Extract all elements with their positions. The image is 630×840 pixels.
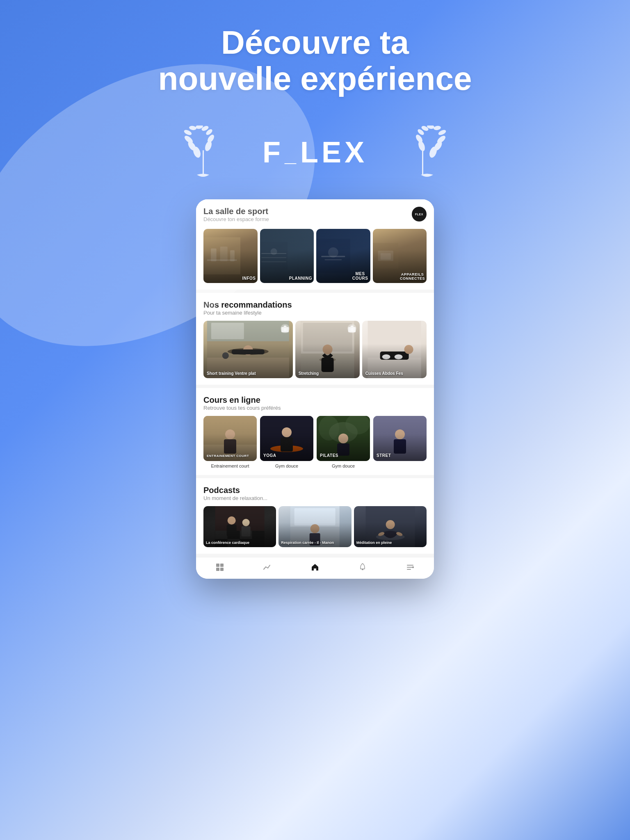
tile-mes-cours[interactable]: MES COURS bbox=[316, 229, 370, 283]
svg-point-20 bbox=[417, 140, 426, 152]
svg-rect-21 bbox=[422, 150, 423, 175]
cours-title-3: Gym douce bbox=[317, 463, 370, 468]
recommendations-section: Nos recommandations Pour ta semaine life… bbox=[196, 293, 434, 385]
header: Découvre ta nouvelle expérience bbox=[0, 0, 630, 113]
tile-infos[interactable]: INFOS bbox=[203, 229, 258, 283]
svg-rect-105 bbox=[216, 568, 219, 571]
cours-category-3: PILATES bbox=[320, 453, 367, 458]
reco-card-1[interactable]: Short training Ventre plat bbox=[203, 321, 293, 378]
camera-icon-1 bbox=[281, 324, 290, 333]
podcast-label-3: Méditation en pleine bbox=[356, 541, 424, 545]
reco-card-2[interactable]: Stretching bbox=[295, 321, 360, 378]
cours-section: Cours en ligne Retrouve tous tes cours p… bbox=[196, 388, 434, 475]
reco-title: Nos recommandations bbox=[203, 300, 427, 310]
svg-point-3 bbox=[183, 129, 192, 136]
camera-icon-2 bbox=[347, 324, 356, 333]
cours-scroll: ENTRAINEMENT COURT Entrainement court bbox=[203, 416, 427, 468]
flex-logo-small: FLEX bbox=[412, 207, 427, 221]
svg-rect-107 bbox=[362, 569, 363, 570]
cours-category-2: YOGA bbox=[263, 453, 310, 458]
tile-infos-label: INFOS bbox=[240, 274, 257, 283]
salle-tiles: INFOS bbox=[203, 229, 427, 283]
tile-planning[interactable]: PLANNING bbox=[260, 229, 314, 283]
svg-point-48 bbox=[283, 328, 286, 331]
svg-point-15 bbox=[433, 126, 441, 130]
reco-card-2-label: Stretching bbox=[299, 371, 356, 376]
salle-title: La salle de sport bbox=[203, 207, 269, 216]
svg-rect-110 bbox=[407, 569, 411, 570]
podcasts-title: Podcasts bbox=[203, 486, 427, 495]
nav-item-bell[interactable] bbox=[358, 562, 368, 572]
reco-card-3-label: Cuisses Abdos Fes bbox=[365, 371, 423, 376]
svg-rect-108 bbox=[407, 565, 413, 566]
svg-rect-111 bbox=[412, 566, 414, 568]
svg-point-9 bbox=[204, 140, 213, 152]
tile-appareils[interactable]: APPAREILS CONNECTÉS bbox=[373, 229, 427, 283]
reco-cards: Short training Ventre plat bbox=[203, 321, 427, 378]
tile-appareils-label: APPAREILS CONNECTÉS bbox=[398, 270, 427, 283]
grid-icon bbox=[215, 562, 225, 572]
app-content: La salle de sport Découvre ton espace fo… bbox=[196, 199, 434, 579]
logo-area: F_LEX bbox=[0, 113, 630, 199]
podcast-card-2[interactable]: Respiration carrée - Il - Manon bbox=[278, 506, 351, 547]
podcast-label-2: Respiration carrée - Il - Manon bbox=[281, 541, 349, 545]
right-laurel-icon bbox=[392, 126, 450, 179]
cours-item-1[interactable]: ENTRAINEMENT COURT Entrainement court bbox=[203, 416, 257, 468]
nav-item-grid[interactable] bbox=[215, 562, 225, 572]
chart-icon bbox=[262, 562, 272, 572]
svg-rect-106 bbox=[220, 568, 224, 571]
svg-rect-104 bbox=[220, 564, 224, 567]
podcasts-subtitle: Un moment de relaxation... bbox=[203, 495, 427, 501]
nav-item-list[interactable] bbox=[405, 562, 415, 572]
reco-subtitle: Pour ta semaine lifestyle bbox=[203, 310, 427, 316]
flex-logo: F_LEX bbox=[262, 135, 368, 169]
cours-item-4[interactable]: STRET bbox=[373, 416, 427, 468]
cours-title-1: Entrainement court bbox=[203, 463, 257, 468]
cours-title-2: Gym douce bbox=[260, 463, 313, 468]
svg-point-4 bbox=[189, 126, 196, 130]
cours-category-1: ENTRAINEMENT COURT bbox=[207, 454, 253, 458]
cours-category-4: STRET bbox=[377, 453, 423, 458]
svg-rect-10 bbox=[203, 150, 204, 175]
svg-point-56 bbox=[350, 328, 353, 331]
bell-icon bbox=[358, 562, 368, 572]
phone-mockup-container: La salle de sport Découvre ton espace fo… bbox=[0, 199, 630, 579]
svg-point-14 bbox=[438, 129, 447, 136]
list-icon bbox=[405, 562, 415, 572]
cours-item-2[interactable]: YOGA Gym douce bbox=[260, 416, 313, 468]
reco-card-3[interactable]: Cuisses Abdos Fes bbox=[362, 321, 427, 378]
svg-rect-103 bbox=[216, 564, 219, 567]
podcast-card-1[interactable]: La conférence cardiaque bbox=[203, 506, 276, 547]
salle-subtitle: Découvre ton espace forme bbox=[203, 216, 269, 222]
podcasts-section: Podcasts Un moment de relaxation... bbox=[196, 478, 434, 554]
tile-planning-label: PLANNING bbox=[288, 274, 314, 283]
cours-item-3[interactable]: PILATES Gym douce bbox=[317, 416, 370, 468]
phone-mockup: La salle de sport Découvre ton espace fo… bbox=[196, 199, 434, 579]
tile-mes-cours-label: MES COURS bbox=[350, 269, 370, 283]
nav-item-home[interactable] bbox=[310, 562, 320, 572]
reco-card-1-label: Short training Ventre plat bbox=[207, 371, 290, 376]
salle-section: La salle de sport Découvre ton espace fo… bbox=[196, 199, 434, 290]
podcast-cards: La conférence cardiaque bbox=[203, 506, 427, 547]
podcast-label-1: La conférence cardiaque bbox=[206, 541, 274, 545]
left-laurel-icon bbox=[180, 126, 238, 179]
nav-item-chart[interactable] bbox=[262, 562, 272, 572]
home-icon bbox=[310, 562, 320, 572]
header-title: Découvre ta nouvelle expérience bbox=[0, 25, 630, 97]
cours-subtitle: Retrouve tous tes cours préférés bbox=[203, 405, 427, 411]
cours-title: Cours en ligne bbox=[203, 395, 427, 405]
podcast-card-3[interactable]: Méditation en pleine bbox=[354, 506, 427, 547]
bottom-nav bbox=[196, 557, 434, 579]
